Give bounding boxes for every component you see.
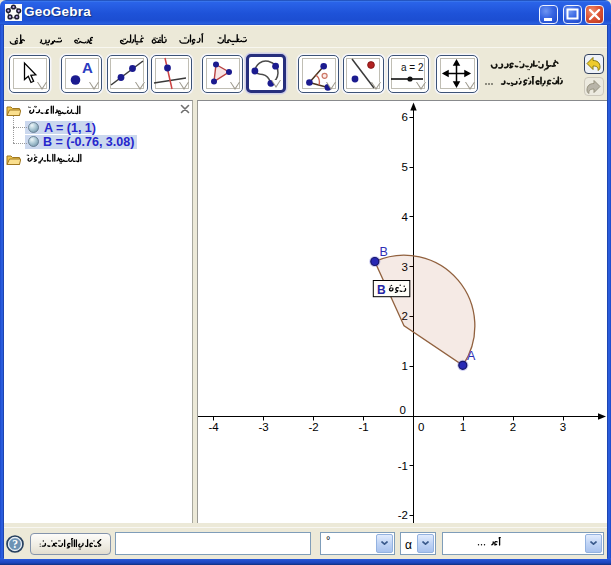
- svg-text:1: 1: [402, 360, 408, 372]
- svg-text:?: ?: [12, 538, 18, 550]
- svg-text:-3: -3: [258, 421, 268, 433]
- svg-text:-4: -4: [208, 421, 219, 433]
- svg-text:-1: -1: [398, 460, 408, 472]
- svg-text:1: 1: [460, 421, 466, 433]
- svg-text:-2: -2: [308, 421, 318, 433]
- svg-text:3: 3: [560, 421, 566, 433]
- svg-text:5: 5: [402, 161, 408, 173]
- svg-text:2: 2: [510, 421, 516, 433]
- svg-text:0: 0: [418, 421, 424, 433]
- svg-text:-2: -2: [398, 509, 408, 521]
- svg-text:0: 0: [400, 404, 406, 416]
- svg-text:a = 2: a = 2: [401, 62, 424, 73]
- svg-text:-1: -1: [358, 421, 368, 433]
- svg-text:6: 6: [402, 111, 408, 123]
- svg-text:B: B: [377, 283, 386, 297]
- svg-text:A: A: [467, 349, 476, 363]
- svg-text:B: B: [380, 245, 388, 259]
- svg-text:4: 4: [402, 211, 409, 223]
